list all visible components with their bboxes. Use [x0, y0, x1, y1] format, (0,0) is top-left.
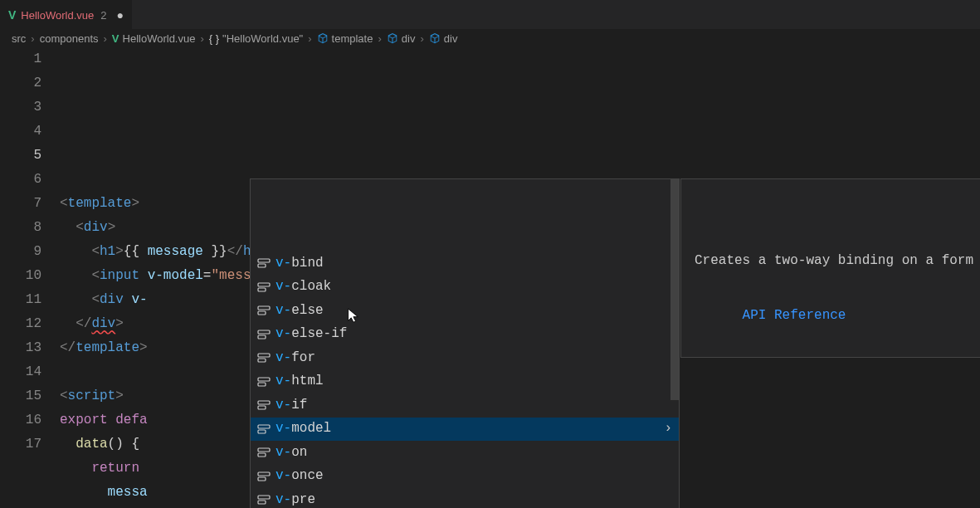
suggest-item-v-for[interactable]: v-for: [251, 346, 679, 370]
line-number: 13: [0, 336, 41, 360]
breadcrumb-separator-icon: ›: [200, 32, 203, 45]
braces-icon: { }: [209, 32, 219, 45]
line-number: 4: [0, 120, 41, 144]
keyword-icon: [257, 423, 271, 436]
line-number: 1: [0, 47, 41, 71]
suggest-label: v-for: [275, 346, 315, 370]
suggest-label: v-on: [275, 441, 307, 465]
breadcrumb-item[interactable]: HelloWorld.vue: [123, 32, 196, 45]
doc-text: Creates a two-way binding on a form inpu…: [695, 251, 980, 271]
tab-badge: 2: [100, 9, 106, 22]
line-number: 6: [0, 168, 41, 192]
suggest-label: v-cloak: [275, 275, 331, 299]
svg-rect-13: [258, 406, 266, 409]
keyword-icon: [257, 493, 271, 506]
line-number: 5: [0, 144, 41, 168]
svg-rect-15: [258, 430, 266, 433]
suggest-item-v-if[interactable]: v-if: [251, 393, 679, 418]
line-number: 10: [0, 264, 41, 288]
line-number: 12: [0, 312, 41, 336]
svg-rect-17: [258, 453, 266, 457]
svg-rect-12: [258, 401, 270, 404]
suggest-label: v-once: [275, 464, 324, 488]
line-number: 7: [0, 192, 41, 216]
breadcrumb-item[interactable]: src: [12, 32, 26, 45]
svg-rect-19: [258, 477, 266, 481]
line-number: 15: [0, 384, 41, 408]
keyword-icon: [257, 304, 271, 317]
line-number: 9: [0, 240, 41, 264]
breadcrumb-item[interactable]: div: [444, 32, 458, 45]
suggest-item-v-html[interactable]: v-html: [251, 370, 679, 394]
suggest-item-v-model[interactable]: v-model›: [251, 418, 679, 442]
svg-rect-6: [258, 330, 270, 334]
keyword-icon: [257, 328, 271, 341]
keyword-icon: [257, 375, 271, 388]
breadcrumb-separator-icon: ›: [308, 32, 311, 45]
suggest-item-v-bind[interactable]: v-bind: [251, 252, 679, 276]
line-number: 2: [0, 71, 41, 95]
suggest-label: v-else-if: [275, 322, 347, 346]
cube-icon: [387, 32, 398, 44]
breadcrumb-separator-icon: ›: [104, 32, 107, 45]
svg-rect-9: [258, 359, 266, 362]
suggest-item-v-on[interactable]: v-on: [251, 441, 679, 465]
line-number: 16: [0, 408, 41, 432]
svg-rect-20: [258, 496, 270, 499]
svg-rect-2: [258, 283, 270, 286]
breadcrumb-separator-icon: ›: [420, 32, 423, 45]
keyword-icon: [257, 470, 271, 483]
suggest-widget[interactable]: v-bindv-cloakv-elsev-else-ifv-forv-htmlv…: [250, 178, 680, 508]
svg-rect-16: [258, 448, 270, 452]
svg-rect-8: [258, 354, 270, 357]
breadcrumb-separator-icon: ›: [31, 32, 34, 45]
tab-bar: V HelloWorld.vue 2 ●: [0, 0, 980, 29]
line-gutter: 1234567891011121314151617: [0, 47, 60, 508]
line-number: 11: [0, 288, 41, 312]
suggest-label: v-else: [275, 299, 324, 323]
breadcrumb[interactable]: src › components › V HelloWorld.vue › { …: [0, 29, 980, 47]
svg-rect-21: [258, 501, 266, 504]
code-content[interactable]: v-bindv-cloakv-elsev-else-ifv-forv-htmlv…: [60, 47, 980, 508]
keyword-icon: [257, 446, 271, 459]
suggest-item-v-else-if[interactable]: v-else-if: [251, 323, 679, 347]
chevron-right-icon: ›: [664, 417, 672, 441]
tab-filename: HelloWorld.vue: [21, 9, 94, 22]
svg-rect-10: [258, 378, 270, 381]
breadcrumb-item[interactable]: "HelloWorld.vue": [222, 32, 303, 45]
suggest-item-v-pre[interactable]: v-pre: [251, 488, 679, 508]
suggest-label: v-html: [275, 369, 324, 393]
vue-icon: V: [112, 32, 119, 45]
tab-helloworld[interactable]: V HelloWorld.vue 2 ●: [0, 0, 132, 29]
svg-rect-5: [258, 311, 266, 315]
keyword-icon: [257, 398, 271, 412]
breadcrumb-item[interactable]: template: [332, 32, 373, 45]
vue-icon: V: [8, 8, 16, 22]
breadcrumb-item[interactable]: components: [40, 32, 99, 45]
keyword-icon: [257, 281, 271, 294]
breadcrumb-separator-icon: ›: [378, 32, 381, 45]
suggest-item-v-once[interactable]: v-once: [251, 465, 679, 489]
svg-rect-3: [258, 288, 266, 291]
svg-rect-11: [258, 383, 266, 386]
line-number: 3: [0, 95, 41, 120]
suggest-documentation: ✕ Creates a two-way binding on a form in…: [680, 178, 980, 358]
api-reference-link[interactable]: API Reference: [743, 305, 846, 325]
suggest-label: v-if: [275, 393, 307, 418]
suggest-label: v-model: [275, 417, 331, 441]
suggest-label: v-bind: [275, 252, 324, 276]
code-editor[interactable]: 1234567891011121314151617 v-bindv-cloakv…: [0, 47, 980, 508]
cube-icon: [317, 32, 329, 44]
line-number: 14: [0, 360, 41, 384]
suggest-item-v-cloak[interactable]: v-cloak: [251, 276, 679, 300]
svg-rect-4: [258, 306, 270, 310]
svg-rect-7: [258, 335, 266, 339]
cube-icon: [429, 32, 441, 44]
suggest-label: v-pre: [275, 488, 315, 508]
svg-rect-18: [258, 472, 270, 476]
svg-rect-0: [258, 259, 270, 262]
svg-rect-1: [258, 264, 266, 267]
dirty-indicator-icon: ●: [117, 8, 124, 22]
suggest-item-v-else[interactable]: v-else: [251, 299, 679, 323]
breadcrumb-item[interactable]: div: [402, 32, 416, 45]
